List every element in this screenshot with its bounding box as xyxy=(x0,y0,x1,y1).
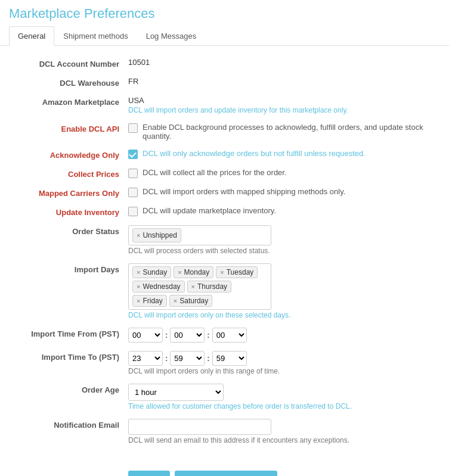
tag-friday[interactable]: ×Friday xyxy=(132,295,167,307)
import-days-label: Import Days xyxy=(9,263,128,274)
order-status-row: Order Status × Unshipped DCL will proces… xyxy=(9,225,440,255)
tag-thursday[interactable]: ×Thursday xyxy=(187,281,231,293)
tag-remove-icon[interactable]: × xyxy=(137,269,140,276)
import-time-from-hour[interactable]: 00010203 04050607 08091011 12131415 1617… xyxy=(128,328,163,343)
tag-label: Friday xyxy=(143,297,162,305)
order-age-select[interactable]: 1 hour 2 hours 4 hours 8 hours 12 hours … xyxy=(128,384,224,401)
import-time-from-second[interactable]: 00051015 20253035 4045505559 xyxy=(212,328,247,343)
order-status-tag-unshipped[interactable]: × Unshipped xyxy=(132,228,181,242)
time-separator: : xyxy=(207,331,209,340)
update-button[interactable]: Update xyxy=(128,471,170,476)
apply-all-button[interactable]: Apply to all Marketplaces xyxy=(175,471,278,476)
tag-monday[interactable]: ×Monday xyxy=(174,266,213,278)
order-status-label: Order Status xyxy=(9,225,128,236)
notification-email-label: Notification Email xyxy=(9,419,128,430)
import-time-from-minute[interactable]: 00051015 20253035 4045505559 xyxy=(170,328,205,343)
update-inventory-label: Update Inventory xyxy=(9,206,128,217)
acknowledge-only-row: Acknowledge Only DCL will only acknowled… xyxy=(9,149,440,160)
tabs-bar: General Shipment methods Log Messages xyxy=(0,26,449,46)
import-time-to-label: Import Time To (PST) xyxy=(9,351,128,362)
acknowledge-only-checkbox[interactable] xyxy=(128,150,138,159)
dcl-warehouse-row: DCL Warehouse FR xyxy=(9,77,440,88)
update-inventory-help: DCL will update marketplace inventory. xyxy=(143,206,276,215)
notification-email-input[interactable] xyxy=(128,419,271,435)
tag-remove-icon[interactable]: × xyxy=(137,283,140,290)
import-time-to-hour[interactable]: 00010203 04050607 08091011 12131415 1617… xyxy=(128,351,163,366)
collect-prices-label: Collect Prices xyxy=(9,168,128,179)
import-time-to-minute[interactable]: 00051015 20253035 4045505559 xyxy=(170,351,205,366)
import-time-to-help: DCL will import orders only in this rang… xyxy=(128,367,440,375)
tag-remove-icon[interactable]: × xyxy=(174,297,177,304)
update-inventory-row: Update Inventory DCL will update marketp… xyxy=(9,206,440,217)
amazon-marketplace-value: USA xyxy=(128,96,440,105)
tag-remove-icon[interactable]: × xyxy=(191,283,195,290)
tab-log-messages[interactable]: Log Messages xyxy=(137,26,206,46)
enable-dcl-api-help: Enable DCL background processes to ackno… xyxy=(143,123,440,141)
dcl-warehouse-label: DCL Warehouse xyxy=(9,77,128,88)
tag-wednesday[interactable]: ×Wednesday xyxy=(132,281,185,293)
tab-general[interactable]: General xyxy=(9,26,54,46)
time-separator: : xyxy=(207,354,209,363)
mapped-carriers-only-row: Mapped Carriers Only DCL will import ord… xyxy=(9,187,440,198)
order-age-row: Order Age 1 hour 2 hours 4 hours 8 hours… xyxy=(9,384,440,410)
import-time-to-second[interactable]: 00051015 20253035 4045505559 xyxy=(212,351,247,366)
import-days-help: DCL will import orders only on these sel… xyxy=(128,311,440,319)
mapped-carriers-only-checkbox[interactable] xyxy=(128,188,138,197)
tag-tuesday[interactable]: ×Tuesday xyxy=(216,266,258,278)
acknowledge-only-help: DCL will only acknowledge orders but not… xyxy=(143,149,366,158)
order-age-label: Order Age xyxy=(9,384,128,394)
button-row: Update Apply to all Marketplaces xyxy=(0,465,449,476)
tag-label: Monday xyxy=(184,268,210,276)
dcl-account-number-value: 10501 xyxy=(128,58,440,67)
amazon-marketplace-label: Amazon Marketplace xyxy=(9,96,128,107)
enable-dcl-api-label: Enable DCL API xyxy=(9,123,128,133)
enable-dcl-api-checkbox[interactable] xyxy=(128,123,138,133)
collect-prices-row: Collect Prices DCL will collect all the … xyxy=(9,168,440,179)
dcl-account-number-row: DCL Account Number 10501 xyxy=(9,58,440,69)
page-title: Marketplace Preferences xyxy=(0,0,449,26)
tag-label: Saturday xyxy=(179,297,208,305)
form-container: DCL Account Number 10501 DCL Warehouse F… xyxy=(0,46,449,465)
tag-remove-icon[interactable]: × xyxy=(178,269,181,276)
tag-label: Tuesday xyxy=(227,268,254,276)
collect-prices-checkbox[interactable] xyxy=(128,169,138,178)
tag-label: Thursday xyxy=(197,282,227,291)
mapped-carriers-only-label: Mapped Carriers Only xyxy=(9,187,128,198)
import-days-tags[interactable]: ×Sunday ×Monday ×Tuesday ×Wednesday ×Thu… xyxy=(128,263,271,310)
import-days-row: Import Days ×Sunday ×Monday ×Tuesday ×We… xyxy=(9,263,440,319)
tag-label: Unshipped xyxy=(143,231,176,239)
dcl-account-number-label: DCL Account Number xyxy=(9,58,128,69)
import-time-to-row: Import Time To (PST) 00010203 04050607 0… xyxy=(9,351,440,375)
collect-prices-help: DCL will collect all the prices for the … xyxy=(143,168,287,177)
tag-sunday[interactable]: ×Sunday xyxy=(132,266,171,278)
import-time-from-label: Import Time From (PST) xyxy=(9,328,128,338)
update-inventory-checkbox[interactable] xyxy=(128,207,138,216)
tag-remove-icon[interactable]: × xyxy=(137,232,140,239)
tab-shipment-methods[interactable]: Shipment methods xyxy=(54,26,137,46)
tag-label: Sunday xyxy=(143,268,167,276)
order-status-help: DCL will process orders with selected st… xyxy=(128,247,440,255)
amazon-marketplace-help: DCL will import orders and update invent… xyxy=(128,106,440,114)
dcl-warehouse-value: FR xyxy=(128,77,440,86)
notification-email-row: Notification Email DCL will send an emai… xyxy=(9,419,440,444)
order-status-tags[interactable]: × Unshipped xyxy=(128,225,271,245)
tag-label: Wednesday xyxy=(143,282,180,291)
tag-saturday[interactable]: ×Saturday xyxy=(169,295,212,307)
notification-email-help: DCL will send an email to this address i… xyxy=(128,436,440,444)
acknowledge-only-label: Acknowledge Only xyxy=(9,149,128,160)
mapped-carriers-only-help: DCL will import orders with mapped shipp… xyxy=(143,187,345,196)
enable-dcl-api-row: Enable DCL API Enable DCL background pro… xyxy=(9,123,440,141)
tag-remove-icon[interactable]: × xyxy=(137,297,140,304)
tag-remove-icon[interactable]: × xyxy=(220,269,224,276)
order-age-help: Time allowed for customer changes before… xyxy=(128,402,440,410)
time-separator: : xyxy=(165,354,168,363)
time-separator: : xyxy=(165,331,168,340)
import-time-from-row: Import Time From (PST) 00010203 04050607… xyxy=(9,328,440,343)
amazon-marketplace-row: Amazon Marketplace USA DCL will import o… xyxy=(9,96,440,114)
